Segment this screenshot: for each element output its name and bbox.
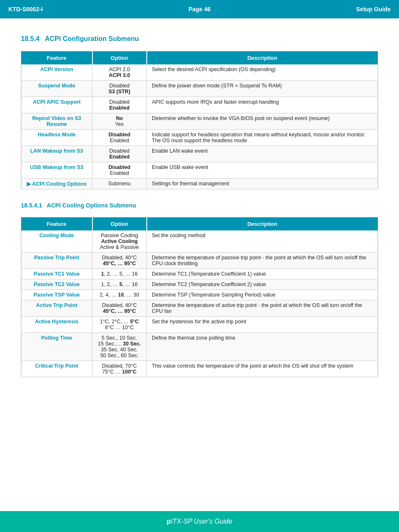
- option-cell: 2, 4, … 10, … 30: [92, 290, 147, 300]
- description-cell: Determine whether to invoke the VGA BIOS…: [147, 113, 378, 130]
- option-cell: Submenu: [92, 179, 147, 189]
- footer-text: pITX-SP User's Guide: [166, 518, 232, 525]
- description-cell: Set the cooling method: [147, 230, 378, 253]
- option-cell: NoYes: [92, 113, 147, 130]
- feature-cell: Cooling Mode: [21, 230, 92, 253]
- table-row: Critical Trip PointDisabled, 70°C75°C … …: [21, 361, 378, 377]
- description-cell: Enable USB wake event: [147, 162, 378, 179]
- description-cell: Indicate support for headless operation …: [147, 130, 378, 146]
- section2-title: 18.5.4.1 ACPI Cooling Options Submenu: [21, 202, 378, 209]
- table-row: Headless ModeDisabledEnabledIndicate sup…: [21, 130, 378, 146]
- option-cell: 1°C, 2°C, … 5°C6°C … 10°C: [92, 317, 147, 333]
- feature-cell: Headless Mode: [21, 130, 92, 146]
- feature-cell: Passive TSP Value: [21, 290, 92, 300]
- description-cell: Determine TC2 (Temperature Coefficient 2…: [147, 279, 378, 290]
- feature-cell: ▶ ACPI Cooling Options: [21, 179, 92, 189]
- description-cell: This value controls the temperature of t…: [147, 361, 378, 377]
- description-cell: Define the power down mode (STR = Suspen…: [147, 81, 378, 97]
- option-cell: Disabled, 40°C45°C, … 95°C: [92, 253, 147, 269]
- table-row: Cooling ModePassive CoolingActive Coolin…: [21, 230, 378, 253]
- feature-cell: Polling Time: [21, 333, 92, 361]
- table-row: Repost Video on S3 ResumeNoYesDetermine …: [21, 113, 378, 130]
- table-row: Suspend ModeDisabledS3 (STR)Define the p…: [21, 81, 378, 97]
- main-content: 18.5.4 ACPI Configuration Submenu Featur…: [0, 18, 399, 423]
- feature-cell: ACPI Version: [21, 64, 92, 81]
- option-cell: DisabledEnabled: [92, 130, 147, 146]
- table-row: USB Wakeup from S3DisabledEnabledEnable …: [21, 162, 378, 179]
- feature-cell: Active Hysteresis: [21, 317, 92, 333]
- description-cell: Settings for thermal management: [147, 179, 378, 189]
- option-cell: DisabledEnabled: [92, 162, 147, 179]
- feature-cell: ACPI APIC Support: [21, 97, 92, 113]
- description-cell: APIC supports more IRQs and faster inter…: [147, 97, 378, 113]
- description-cell: Determine TSP (Temperature Sampling Peri…: [147, 290, 378, 300]
- description-cell: Define the thermal zone polling time: [147, 333, 378, 361]
- option-cell: 5 Sec., 10 Sec.15 Sec., .. 30 Sec.35 Sec…: [92, 333, 147, 361]
- acpi-cooling-table: Feature Option Description Cooling ModeP…: [21, 217, 378, 377]
- option-cell: Disabled, 40°C45°C, … 95°C: [92, 300, 147, 317]
- option-cell: Passive CoolingActive CoolingActive & Pa…: [92, 230, 147, 253]
- col-option-2: Option: [92, 217, 147, 231]
- table-row: Passive TC1 Value1, 2, … 5, … 16Determin…: [21, 269, 378, 279]
- table-row: ▶ ACPI Cooling OptionsSubmenuSettings fo…: [21, 179, 378, 189]
- description-cell: Select the desired ACPI specification (O…: [147, 64, 378, 81]
- description-cell: Determine the temperature of active trip…: [147, 300, 378, 317]
- table-row: Active Trip PointDisabled, 40°C45°C, … 9…: [21, 300, 378, 317]
- page-footer: pITX-SP User's Guide: [0, 511, 399, 532]
- col-feature-1: Feature: [21, 51, 92, 65]
- option-cell: 1, 2, … 5, … 16: [92, 269, 147, 279]
- table-row: Passive Trip PointDisabled, 40°C45°C, … …: [21, 253, 378, 269]
- option-cell: 1, 2, … 5, … 16: [92, 279, 147, 290]
- feature-cell: USB Wakeup from S3: [21, 162, 92, 179]
- table-row: Passive TSP Value2, 4, … 10, … 30Determi…: [21, 290, 378, 300]
- section1-title: 18.5.4 ACPI Configuration Submenu: [21, 35, 378, 43]
- header-left: KTD-S0002-I: [8, 6, 43, 13]
- table-row: Active Hysteresis1°C, 2°C, … 5°C6°C … 10…: [21, 317, 378, 333]
- acpi-config-table: Feature Option Description ACPI VersionA…: [21, 51, 378, 189]
- description-cell: Set the hysteresis for the active trip p…: [147, 317, 378, 333]
- col-option-1: Option: [92, 51, 147, 65]
- option-cell: Disabled, 70°C75°C … 100°C: [92, 361, 147, 377]
- option-cell: DisabledEnabled: [92, 97, 147, 113]
- feature-cell: LAN Wakeup from S3: [21, 146, 92, 162]
- table-row: ACPI VersionACPI 2.0ACPI 3.0Select the d…: [21, 64, 378, 81]
- description-cell: Determine the temperature of passive tri…: [147, 253, 378, 269]
- option-cell: ACPI 2.0ACPI 3.0: [92, 64, 147, 81]
- col-desc-2: Description: [147, 217, 378, 231]
- col-feature-2: Feature: [21, 217, 92, 231]
- header-right: Setup Guide: [356, 6, 391, 13]
- feature-cell: Active Trip Point: [21, 300, 92, 317]
- option-cell: DisabledS3 (STR): [92, 81, 147, 97]
- page-header: KTD-S0002-I Page 46 Setup Guide: [0, 0, 399, 18]
- feature-cell: Repost Video on S3 Resume: [21, 113, 92, 130]
- table-row: Polling Time5 Sec., 10 Sec.15 Sec., .. 3…: [21, 333, 378, 361]
- header-center: Page 46: [189, 6, 211, 13]
- description-cell: Enable LAN wake event: [147, 146, 378, 162]
- feature-cell: Passive TC2 Value: [21, 279, 92, 290]
- feature-cell: Critical Trip Point: [21, 361, 92, 377]
- description-cell: Determine TC1 (Temperature Coefficient 1…: [147, 269, 378, 279]
- feature-cell: Passive TC1 Value: [21, 269, 92, 279]
- option-cell: DisabledEnabled: [92, 146, 147, 162]
- col-desc-1: Description: [147, 51, 378, 65]
- table-row: ACPI APIC SupportDisabledEnabledAPIC sup…: [21, 97, 378, 113]
- feature-cell: Suspend Mode: [21, 81, 92, 97]
- feature-cell: Passive Trip Point: [21, 253, 92, 269]
- table-row: Passive TC2 Value1, 2, … 5, … 16Determin…: [21, 279, 378, 290]
- table-row: LAN Wakeup from S3DisabledEnabledEnable …: [21, 146, 378, 162]
